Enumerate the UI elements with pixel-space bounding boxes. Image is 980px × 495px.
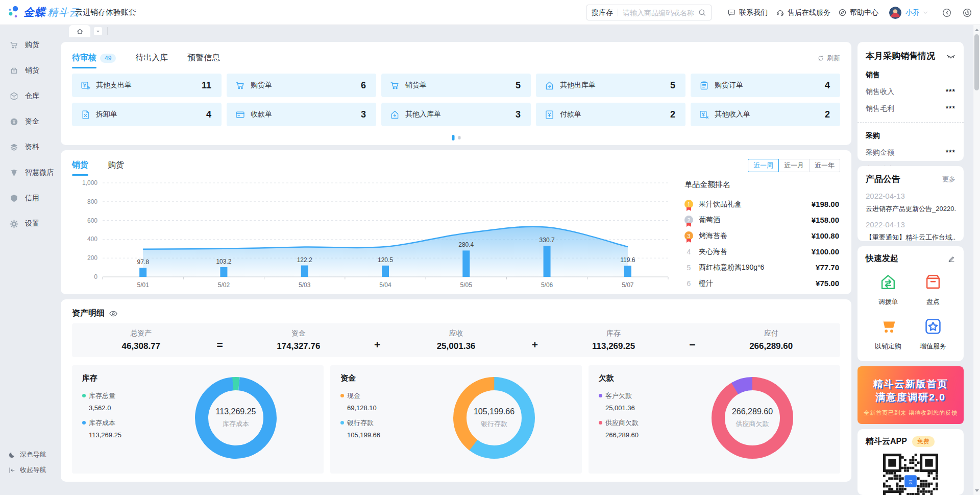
todo-card-receipt[interactable]: 收款单 3 xyxy=(227,103,376,126)
sales-register-icon xyxy=(9,66,19,76)
todo-card-purchase-order[interactable]: 购货单 6 xyxy=(227,74,376,97)
todo-card-count: 6 xyxy=(361,80,366,91)
page-scrollbar[interactable] xyxy=(973,25,980,495)
tab-label: 待出入库 xyxy=(135,53,168,64)
sales-trend-chart: 02004006008001,0005/015/025/035/045/055/… xyxy=(71,177,683,291)
todo-panel: 待审核 49 待出入库 预警信息 刷新 其他支出单 11 购货单 6 销货单 5 xyxy=(61,42,851,145)
range-month-button[interactable]: 近一月 xyxy=(778,159,810,172)
scroll-up-arrow[interactable] xyxy=(973,25,980,33)
scrollbar-thumb[interactable] xyxy=(974,34,979,90)
legend-label: 库存总量 xyxy=(89,392,115,399)
tab-label: 购货 xyxy=(108,160,124,172)
ranking-row[interactable]: 1 果汁饮品礼盒 ¥198.00 xyxy=(684,196,839,212)
range-week-button[interactable]: 近一周 xyxy=(748,159,779,172)
page-tab-bar xyxy=(56,25,980,37)
free-badge: 免费 xyxy=(912,436,935,447)
dark-nav-toggle[interactable]: 深色导航 xyxy=(0,447,46,462)
equals-operator: = xyxy=(210,339,230,351)
search-icon[interactable] xyxy=(698,8,706,17)
ranking-row[interactable]: 3 烤海苔卷 ¥100.80 xyxy=(684,228,839,244)
ranking-row[interactable]: 2 葡萄酒 ¥158.00 xyxy=(684,212,839,228)
ranking-row[interactable]: 5 西红柿意粉酱190g*6 ¥77.70 xyxy=(684,260,839,275)
user-menu[interactable]: 小乔 xyxy=(889,0,928,25)
pagination-dot-active[interactable] xyxy=(452,135,454,140)
svg-text:280.4: 280.4 xyxy=(458,241,474,248)
todo-card-label: 销货单 xyxy=(405,81,427,90)
todo-card-other-inbound[interactable]: 其他入库单 3 xyxy=(381,103,531,126)
tab-warning-info[interactable]: 预警信息 xyxy=(187,53,220,64)
sidebar-item-funds[interactable]: 资金 xyxy=(0,109,56,134)
quick-action-sale-to-purchase[interactable]: 以销定购 xyxy=(866,317,911,351)
sidebar-item-settings[interactable]: 设置 xyxy=(0,211,56,237)
quick-action-value-added[interactable]: 增值服务 xyxy=(911,317,955,351)
refresh-button[interactable]: 刷新 xyxy=(817,54,840,63)
todo-card-grid: 其他支出单 11 购货单 6 销货单 5 其他出库单 5 购货订单 4 拆卸单 … xyxy=(72,74,840,126)
tab-pending-approval[interactable]: 待审核 49 xyxy=(72,53,116,64)
todo-card-payment[interactable]: 付款单 2 xyxy=(536,103,685,126)
survey-banner[interactable]: 精斗云新版首页 满意度调研2.0 全新首页已到来 期待收到您的反馈 xyxy=(857,366,964,424)
todo-card-purchase-request[interactable]: 购货订单 4 xyxy=(691,74,840,97)
sales-group-heading: 销售 xyxy=(866,70,955,80)
notice-link[interactable]: 云进销存产品更新公告_20220... xyxy=(866,204,955,214)
sidebar-item-purchase[interactable]: 购货 xyxy=(0,32,56,58)
pending-count-badge: 49 xyxy=(100,54,116,63)
svg-text:5/01: 5/01 xyxy=(137,281,149,289)
todo-card-sales-order[interactable]: 销货单 5 xyxy=(381,74,531,97)
help-center-link[interactable]: 帮助中心 xyxy=(838,0,878,25)
warehouse-in-icon xyxy=(389,109,400,120)
todo-card-other-expense[interactable]: 其他支出单 11 xyxy=(72,74,222,97)
ranking-row[interactable]: 4 夹心海苔 ¥100.00 xyxy=(684,244,839,260)
tab-label: 销货 xyxy=(72,160,88,172)
sidebar-item-data[interactable]: 资料 xyxy=(0,134,56,160)
legend-label: 库存成本 xyxy=(89,419,115,427)
quick-action-stocktake[interactable]: 盘点 xyxy=(911,272,955,307)
minus-operator: − xyxy=(682,339,702,351)
contact-us-link[interactable]: 联系我们 xyxy=(727,0,768,25)
todo-card-disassembly[interactable]: 拆卸单 4 xyxy=(72,103,222,126)
after-sale-service-link[interactable]: 售后在线服务 xyxy=(776,0,830,25)
collapse-nav-button[interactable]: 收起导航 xyxy=(0,462,46,478)
money-out-icon xyxy=(80,80,91,91)
inventory-search-box[interactable]: 搜库存 xyxy=(586,5,712,20)
search-input[interactable] xyxy=(623,9,698,17)
range-button-group: 近一周 近一月 近一年 xyxy=(748,159,840,172)
pencil-icon[interactable] xyxy=(947,255,955,263)
power-icon[interactable] xyxy=(962,8,972,18)
legend-label: 客户欠款 xyxy=(605,392,632,399)
home-tab[interactable] xyxy=(69,25,90,37)
back-circle-icon[interactable] xyxy=(942,8,952,18)
sidebar-item-warehouse[interactable]: 仓库 xyxy=(0,83,56,109)
tab-pending-stock-io[interactable]: 待出入库 xyxy=(135,53,168,64)
legend-dot xyxy=(599,394,602,397)
scroll-down-arrow[interactable] xyxy=(973,487,980,495)
sidebar-item-sales[interactable]: 销货 xyxy=(0,58,56,83)
notice-more-link[interactable]: 更多 xyxy=(942,175,955,184)
sidebar-item-smart-store[interactable]: 智慧微店 xyxy=(0,160,56,185)
todo-card-other-outbound[interactable]: 其他出库单 5 xyxy=(536,74,685,97)
todo-card-label: 收款单 xyxy=(251,110,272,119)
search-scope-label[interactable]: 搜库存 xyxy=(592,8,613,17)
moon-icon xyxy=(8,451,16,459)
sidebar-item-credit[interactable]: 信用 xyxy=(0,185,56,211)
eye-closed-icon[interactable] xyxy=(946,52,955,61)
pagination-dot[interactable] xyxy=(458,136,460,139)
quick-action-transfer[interactable]: 调拨单 xyxy=(866,272,911,307)
tab-purchase-trend[interactable]: 购货 xyxy=(108,160,124,172)
svg-text:5/06: 5/06 xyxy=(541,281,553,289)
svg-text:120.5: 120.5 xyxy=(378,256,393,264)
tab-sales-trend[interactable]: 销货 xyxy=(72,160,88,172)
legend-dot xyxy=(340,394,344,397)
app-logo[interactable]: 金蝶 精斗云 xyxy=(7,5,80,19)
ranking-row[interactable]: 6 橙汁 ¥75.00 xyxy=(684,275,839,291)
svg-text:200: 200 xyxy=(87,254,97,262)
eye-icon[interactable] xyxy=(109,309,118,318)
sidebar-item-label: 仓库 xyxy=(25,91,39,101)
range-year-button[interactable]: 近一年 xyxy=(809,159,840,172)
clipboard-icon xyxy=(699,80,709,91)
ranking-number: 4 xyxy=(684,248,693,256)
notice-link[interactable]: 【重要通知】精斗云工作台域... xyxy=(866,233,955,242)
legend-label: 银行存款 xyxy=(347,419,374,427)
todo-card-other-income[interactable]: 其他收入单 2 xyxy=(691,103,840,126)
legend-dot xyxy=(599,421,602,425)
tab-dropdown-button[interactable] xyxy=(94,27,102,35)
